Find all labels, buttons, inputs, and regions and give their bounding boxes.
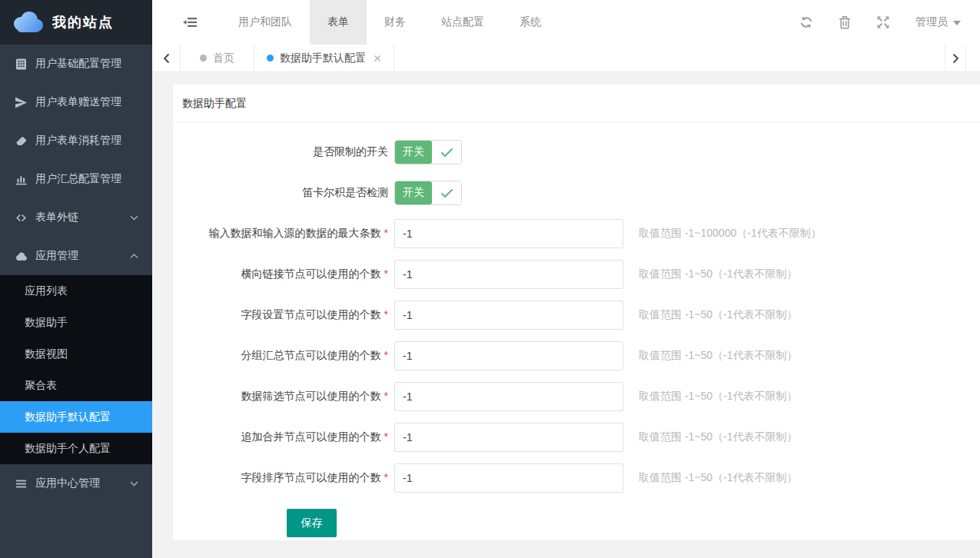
submenu-item-assistant-personal-config[interactable]: 数据助手个人配置 — [0, 433, 152, 464]
nav-item-finance[interactable]: 财务 — [367, 0, 424, 45]
required-mark: * — [384, 349, 388, 361]
group-summary-nodes-input[interactable] — [394, 341, 623, 370]
horizontal-link-nodes-input[interactable] — [394, 260, 623, 289]
tab-status-dot — [267, 55, 274, 61]
form-row-cartesian-check: 笛卡尔积是否检测 开关 — [173, 178, 980, 208]
tabs-scroll-left-icon[interactable] — [152, 45, 181, 71]
required-mark: * — [384, 430, 388, 443]
submenu-item-app-list[interactable]: 应用列表 — [0, 275, 152, 307]
max-input-rows-input[interactable] — [394, 219, 623, 248]
sidebar-item-label: 用户表单消耗管理 — [35, 134, 121, 148]
field-setting-nodes-input[interactable] — [394, 301, 623, 330]
append-merge-nodes-input[interactable] — [394, 423, 623, 452]
sidebar-item-label: 用户基础配置管理 — [35, 57, 121, 71]
save-button[interactable]: 保存 — [287, 509, 337, 537]
sidebar-item-label: 应用管理 — [35, 249, 78, 263]
field-sort-nodes-input[interactable] — [394, 463, 623, 493]
user-label: 管理员 — [915, 15, 948, 29]
nav-item-system[interactable]: 系统 — [502, 0, 559, 45]
nav-item-users-teams[interactable]: 用户和团队 — [221, 0, 310, 45]
double-chevron-icon — [14, 211, 28, 224]
field-label: 笛卡尔积是否检测 — [173, 186, 394, 200]
trash-icon[interactable] — [839, 15, 851, 29]
config-panel: 数据助手配置 是否限制的开关 开关 — [173, 85, 980, 540]
user-menu[interactable]: 管理员 — [915, 15, 961, 29]
sidebar-item-user-base-config[interactable]: 用户基础配置管理 — [0, 45, 152, 83]
chevron-up-icon — [130, 254, 138, 259]
eraser-icon — [14, 134, 28, 148]
field-hint: 取值范围 -1~50（-1代表不限制） — [639, 267, 798, 281]
tab-label: 首页 — [213, 51, 234, 65]
cloud-logo-icon — [9, 11, 45, 34]
required-mark: * — [384, 390, 388, 402]
field-label: 分组汇总节点可以使用的个数* — [173, 349, 394, 363]
form-row-horizontal-link-nodes: 横向链接节点可以使用的个数* 取值范围 -1~50（-1代表不限制） — [173, 260, 980, 289]
list-icon — [14, 477, 28, 490]
app-window: 我的站点 用户基础配置管理 用户表单赠送管理 用户表单消耗管理 — [0, 0, 980, 558]
required-mark: * — [384, 227, 388, 239]
sidebar-item-form-external-link[interactable]: 表单外链 — [0, 198, 152, 237]
tab-bar: 首页 数据助手默认配置 — [152, 45, 980, 72]
config-form: 是否限制的开关 开关 笛卡尔积是否检测 — [173, 122, 980, 537]
field-label: 字段排序节点可以使用的个数* — [173, 471, 394, 485]
field-hint: 取值范围 -1~50（-1代表不限制） — [639, 471, 798, 485]
sidebar-item-app-management[interactable]: 应用管理 — [0, 237, 152, 275]
send-icon — [14, 95, 28, 109]
submenu-item-aggregate-table[interactable]: 聚合表 — [0, 370, 152, 401]
sidebar-item-app-center-management[interactable]: 应用中心管理 — [0, 464, 152, 503]
tabs-scroll-right-icon[interactable] — [945, 45, 966, 71]
field-label: 数据筛选节点可以使用的个数* — [173, 390, 394, 404]
form-row-group-summary-nodes: 分组汇总节点可以使用的个数* 取值范围 -1~50（-1代表不限制） — [173, 341, 980, 370]
form-row-max-input-rows: 输入数据和输入源的数据的最大条数* 取值范围 -1~100000（-1代表不限制… — [173, 219, 980, 248]
sidebar-item-label: 用户表单赠送管理 — [35, 95, 121, 109]
field-hint: 取值范围 -1~50（-1代表不限制） — [639, 349, 798, 363]
sidebar-item-form-consume[interactable]: 用户表单消耗管理 — [0, 121, 152, 160]
form-row-field-setting-nodes: 字段设置节点可以使用的个数* 取值范围 -1~50（-1代表不限制） — [173, 301, 980, 330]
chevron-down-icon — [130, 481, 138, 487]
cartesian-check-switch[interactable]: 开关 — [394, 181, 462, 205]
site-title: 我的站点 — [52, 13, 114, 32]
tab-home[interactable]: 首页 — [181, 45, 254, 71]
required-mark: * — [384, 308, 388, 321]
brand-logo[interactable]: 我的站点 — [0, 0, 152, 45]
close-icon[interactable] — [374, 55, 381, 62]
cloud-icon — [14, 249, 28, 263]
top-header: 用户和团队 表单 财务 站点配置 系统 — [152, 0, 980, 45]
submenu-item-data-assistant[interactable]: 数据助手 — [0, 307, 152, 338]
field-label: 是否限制的开关 — [173, 145, 394, 159]
nav-item-forms[interactable]: 表单 — [310, 0, 367, 45]
collapse-sidebar-icon[interactable] — [183, 16, 198, 28]
tab-label: 数据助手默认配置 — [280, 51, 366, 65]
submenu-item-data-view[interactable]: 数据视图 — [0, 338, 152, 370]
fullscreen-icon[interactable] — [876, 15, 890, 29]
tabbar-edge — [966, 45, 980, 71]
field-hint: 取值范围 -1~50（-1代表不限制） — [639, 308, 798, 322]
sidebar-item-label: 表单外链 — [35, 211, 78, 224]
limit-switch[interactable]: 开关 — [394, 140, 462, 164]
form-row-limit-switch: 是否限制的开关 开关 — [173, 138, 980, 167]
sidebar: 我的站点 用户基础配置管理 用户表单赠送管理 用户表单消耗管理 — [0, 0, 152, 558]
form-row-field-sort-nodes: 字段排序节点可以使用的个数* 取值范围 -1~50（-1代表不限制） — [173, 463, 980, 493]
field-hint: 取值范围 -1~100000（-1代表不限制） — [639, 227, 822, 241]
submenu-item-assistant-default-config[interactable]: 数据助手默认配置 — [0, 401, 152, 433]
grid-icon — [14, 57, 28, 71]
tab-assistant-default-config[interactable]: 数据助手默认配置 — [254, 45, 394, 71]
header-actions: 管理员 — [799, 15, 980, 29]
field-label: 横向链接节点可以使用的个数* — [173, 267, 394, 281]
sidebar-item-summary-config[interactable]: 用户汇总配置管理 — [0, 160, 152, 198]
sidebar-menu: 用户基础配置管理 用户表单赠送管理 用户表单消耗管理 用户汇总配置管理 — [0, 45, 152, 558]
sidebar-item-label: 用户汇总配置管理 — [35, 172, 121, 186]
data-filter-nodes-input[interactable] — [394, 382, 623, 411]
field-label: 追加合并节点可以使用的个数* — [173, 430, 394, 444]
refresh-icon[interactable] — [799, 15, 813, 29]
field-label: 输入数据和输入源的数据的最大条数* — [173, 227, 394, 241]
chevron-down-icon — [130, 215, 138, 221]
check-icon — [432, 181, 461, 204]
sidebar-item-form-gift[interactable]: 用户表单赠送管理 — [0, 83, 152, 121]
field-hint: 取值范围 -1~50（-1代表不限制） — [639, 390, 798, 404]
field-label: 字段设置节点可以使用的个数* — [173, 308, 394, 322]
sidebar-item-label: 应用中心管理 — [35, 477, 100, 490]
switch-on-label: 开关 — [395, 181, 432, 204]
required-mark: * — [384, 471, 388, 483]
nav-item-site-config[interactable]: 站点配置 — [424, 0, 502, 45]
